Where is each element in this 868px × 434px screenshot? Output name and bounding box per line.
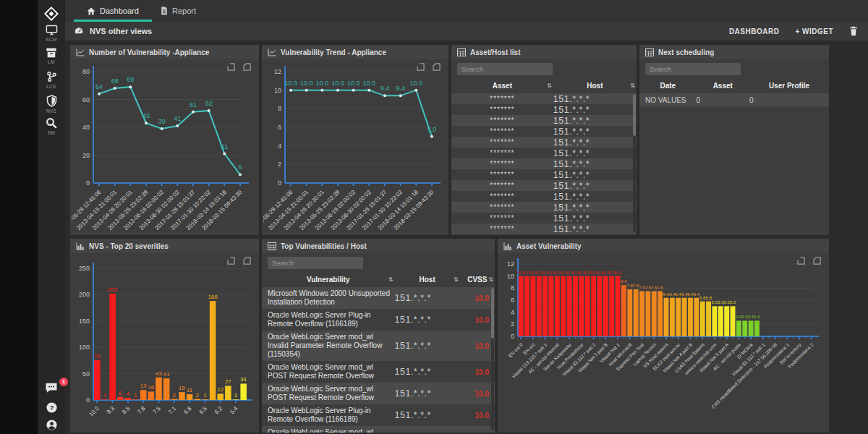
gauge-icon [74, 26, 84, 36]
svg-text:100: 100 [79, 344, 90, 351]
sidebar-item-label: NVS [38, 109, 65, 114]
svg-text:4: 4 [278, 142, 281, 150]
sidebar-item-lm[interactable]: LM [38, 48, 65, 64]
svg-text:11: 11 [187, 387, 193, 393]
expand-icon[interactable] [416, 62, 425, 72]
trash-icon[interactable] [849, 26, 858, 36]
panel-title: Vulnerability Trend - Appliance [281, 48, 386, 56]
asset-host-row[interactable]: *******151.*.*.* [451, 137, 637, 148]
next-scheduling-row[interactable]: NO VALUES00 [639, 93, 829, 106]
line-chart-icon [268, 48, 276, 56]
asset-host-row[interactable]: *******151.*.*.* [451, 213, 637, 224]
flip-icon[interactable] [242, 62, 252, 72]
panel-top-vulnerabilities: Top Vulnerabilities / Host Vulnerability… [262, 239, 495, 433]
svg-text:10.0: 10.0 [347, 80, 360, 87]
asset-host-row[interactable]: *******151.*.*.* [451, 104, 637, 115]
add-widget-button[interactable]: + WIDGET [795, 27, 833, 35]
flip-icon[interactable] [242, 256, 252, 265]
svg-text:150: 150 [79, 318, 90, 325]
tab-report[interactable]: Report [161, 0, 196, 22]
svg-text:8.5: 8.5 [121, 405, 132, 416]
flip-icon[interactable] [432, 62, 441, 72]
column-header: Date [639, 82, 697, 90]
panel-header: Top Vulnerabilities / Host [262, 239, 495, 253]
asset-host-row[interactable]: *******151.*.*.* [451, 224, 637, 234]
asset-host-row[interactable]: *******151.*.*.* [451, 126, 637, 137]
sidebar-item-lce[interactable]: LCE [38, 71, 65, 89]
vulnerability-row[interactable]: Oracle WebLogic Server mod_wl Invalid Pa… [262, 331, 495, 361]
column-header[interactable]: Host⇅ [553, 82, 637, 90]
sort-icon[interactable]: ⇅ [388, 276, 393, 283]
top20-severities-chart: 0501001502002507610.012029.3648.51197.81… [72, 254, 256, 432]
column-header[interactable]: Asset⇅ [451, 82, 553, 90]
svg-text:250: 250 [79, 265, 90, 272]
vulnerability-row[interactable]: Microsoft Windows 2000 Unsupported Insta… [262, 287, 495, 309]
next-scheduling-search-input[interactable] [645, 63, 741, 75]
app-logo[interactable] [43, 6, 59, 22]
vulnerability-row[interactable]: Oracle WebLogic Server mod_wl Invalid Pa… [262, 426, 495, 433]
search-icon [46, 117, 57, 129]
line-chart-icon [76, 48, 85, 56]
column-header[interactable]: CVSS⇅ [460, 276, 495, 284]
asset-host-search-input[interactable] [457, 63, 553, 75]
svg-text:10: 10 [274, 87, 281, 94]
svg-text:4: 4 [127, 391, 130, 397]
sidebar-item-sm[interactable]: SM [38, 117, 65, 135]
sidebar-item-scm[interactable]: SCM [38, 25, 65, 42]
tab-dashboard[interactable]: Dashboard [87, 0, 139, 22]
svg-text:12: 12 [217, 386, 224, 393]
asset-host-row[interactable]: AC - SPT212.171.115.17 [451, 234, 637, 235]
svg-text:64: 64 [95, 83, 103, 90]
dashboard-button[interactable]: DASHBOARD [729, 27, 780, 35]
top-vulnerabilities-search-input[interactable] [268, 257, 363, 269]
sidebar-help-button[interactable]: ? [38, 401, 65, 417]
svg-text:41: 41 [174, 115, 181, 122]
asset-host-row[interactable]: *******151.*.*.* [451, 148, 637, 158]
sort-icon[interactable]: ⇅ [488, 276, 493, 283]
table-scrollbar[interactable] [491, 288, 494, 430]
svg-text:9.4: 9.4 [380, 85, 390, 92]
svg-text:1: 1 [103, 392, 107, 399]
top-vulnerabilities-table-header: Vulnerability⇅Host⇅CVSS⇅ [262, 271, 495, 287]
svg-text:7.8: 7.8 [136, 405, 147, 416]
vulnerability-row[interactable]: Oracle WebLogic Server mod_wl POST Reque… [262, 361, 495, 383]
panel-vulnerability-trend: Vulnerability Trend - Appliance 02468101… [262, 45, 448, 235]
asset-host-row[interactable]: *******151.*.*.* [451, 115, 637, 126]
shield-icon [46, 95, 57, 107]
svg-text:10: 10 [507, 273, 514, 280]
sort-icon[interactable]: ⇅ [454, 276, 459, 283]
expand-icon[interactable] [226, 256, 236, 265]
asset-host-row[interactable]: *******151.*.*.* [451, 93, 637, 104]
asset-host-row[interactable]: *******151.*.*.* [451, 202, 637, 213]
asset-host-row[interactable]: *******151.*.*.* [451, 180, 637, 191]
column-header[interactable]: Vulnerability⇅ [262, 276, 395, 284]
sort-icon[interactable]: ⇅ [630, 82, 635, 89]
svg-text:0: 0 [278, 179, 281, 187]
sidebar-item-label: SM [38, 130, 65, 135]
vulnerability-row[interactable]: Oracle WebLogic Server mod_wl POST Reque… [262, 383, 495, 404]
notification-badge: 1 [59, 378, 68, 386]
column-header[interactable]: Host⇅ [395, 276, 460, 284]
asset-host-row[interactable]: *******151.*.*.* [451, 169, 637, 180]
sort-icon[interactable]: ⇅ [547, 82, 552, 89]
tab-label: Dashboard [100, 7, 139, 15]
asset-host-row[interactable]: *******151.*.*.* [451, 191, 637, 202]
panel-actions [226, 256, 252, 265]
sidebar-account-button[interactable] [38, 419, 65, 434]
sidebar-chat-button[interactable]: 1 [38, 382, 65, 396]
vulnerability-row[interactable]: Oracle WebLogic Server Plug-in Remote Ov… [262, 404, 495, 426]
home-icon [87, 7, 95, 15]
table-scrollbar[interactable] [633, 94, 636, 231]
panel-actions [226, 62, 252, 72]
vulnerability-trend-chart: 0246810122012-05-29 12:45:062013-04-15 2… [263, 60, 448, 234]
panel-header: Number of Vulnerability -Appliance [70, 45, 259, 59]
number-of-vulnerability-chart: 0204060802012-05-29 12:45:062013-04-15 2… [72, 60, 256, 234]
svg-text:?: ? [49, 404, 54, 412]
vulnerability-row[interactable]: Oracle WebLogic Server Plug-in Remote Ov… [262, 309, 495, 331]
asset-host-row[interactable]: *******151.*.*.* [451, 158, 637, 169]
expand-icon[interactable] [796, 256, 806, 265]
expand-icon[interactable] [226, 62, 236, 72]
flip-icon[interactable] [812, 256, 822, 265]
sidebar-item-nvs[interactable]: NVS [38, 95, 65, 114]
column-header: Asset [697, 82, 749, 90]
